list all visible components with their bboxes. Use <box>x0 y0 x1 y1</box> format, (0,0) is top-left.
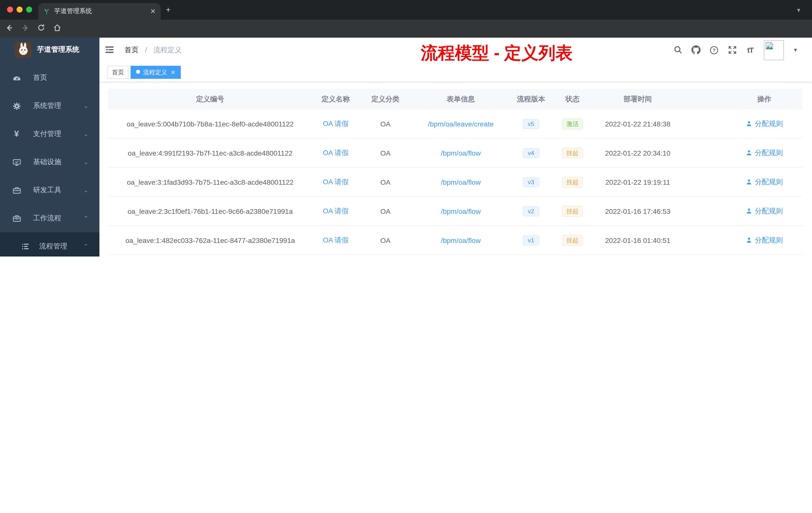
window-minimize-button[interactable] <box>17 6 23 12</box>
back-icon[interactable] <box>5 24 15 34</box>
deploy-time: 2022-01-16 17:46:53 <box>592 207 683 215</box>
svg-text:?: ? <box>713 48 716 53</box>
screenshot-stage: 芋道管理系统 ✕ + ▼ ▲ 不安全 | dashboard.yudao.ioc… <box>0 0 812 256</box>
table-row: oa_leave:5:004b710b-7b8a-11ec-8ef0-acde4… <box>108 110 803 139</box>
definition-name-link[interactable]: OA 请假 <box>312 177 359 186</box>
column-header: 定义分类 <box>359 95 412 104</box>
app-root: 芋道管理系统 首页 系统管理 ⌄ ¥ 支 <box>0 38 812 256</box>
home-icon[interactable] <box>53 24 63 34</box>
definition-id: oa_leave:4:991f2193-7b7f-11ec-a3c8-acde4… <box>108 149 312 157</box>
breadcrumb: 首页 / 流程定义 <box>124 46 181 55</box>
browser-tab-strip: 芋道管理系统 ✕ + ▼ <box>0 0 812 20</box>
form-link[interactable]: /bpm/oa/flow <box>412 207 510 215</box>
app-title: 芋道管理系统 <box>37 45 79 54</box>
assign-rule-label: 分配规则 <box>755 236 783 245</box>
table-row: oa_leave:4:991f2193-7b7f-11ec-a3c8-acde4… <box>108 139 803 168</box>
sidebar-item-label: 首页 <box>33 73 47 82</box>
status-badge: 激活 <box>562 118 583 129</box>
forward-icon[interactable] <box>21 24 31 34</box>
column-header: 操作 <box>726 95 803 104</box>
tag-label: 首页 <box>112 69 124 76</box>
status-badge: 挂起 <box>562 206 583 217</box>
sidebar-item-infra[interactable]: 基础设施 ⌄ <box>0 148 99 176</box>
column-header: 部署时间 <box>592 95 683 104</box>
deploy-time: 2022-01-22 19:19:11 <box>592 178 683 186</box>
favicon-plant-icon <box>43 8 50 15</box>
tab-search-chevron-icon[interactable]: ▼ <box>796 7 802 13</box>
sidebar-item-process-management[interactable]: 流程管理 ⌃ <box>0 233 99 256</box>
status-badge: 挂起 <box>562 147 583 158</box>
search-icon[interactable] <box>673 46 683 55</box>
sidebar-item-system[interactable]: 系统管理 ⌄ <box>0 92 99 120</box>
assign-rule-button[interactable]: 分配规则 <box>726 119 803 128</box>
assign-rule-button[interactable]: 分配规则 <box>726 236 803 245</box>
sidebar-toggle-icon[interactable] <box>105 45 115 55</box>
breadcrumb-separator: / <box>145 46 147 54</box>
browser-toolbar: ▲ 不安全 | dashboard.yudao.iocoder.cn/bpm/m… <box>0 20 812 38</box>
definition-id: oa_leave:5:004b710b-7b8a-11ec-8ef0-acde4… <box>108 120 312 128</box>
tab-close-icon[interactable]: ✕ <box>150 7 156 15</box>
definition-id: oa_leave:2:3c1f0ef1-76b1-11ec-9c66-a2380… <box>108 207 312 215</box>
tag-home[interactable]: 首页 <box>108 66 128 79</box>
column-header: 状态 <box>552 95 592 104</box>
assign-rule-label: 分配规则 <box>755 177 783 186</box>
version-badge: v1 <box>523 235 539 245</box>
dashboard-icon <box>12 73 21 82</box>
definition-name-link[interactable]: OA 请假 <box>312 236 359 245</box>
assign-rule-button[interactable]: 分配规则 <box>726 207 803 216</box>
gear-icon <box>12 101 21 111</box>
sidebar-item-home[interactable]: 首页 <box>0 64 99 92</box>
definition-id: oa_leave:1:482ec033-762a-11ec-8477-a2380… <box>108 236 312 244</box>
tag-process-definition[interactable]: 流程定义✕ <box>130 66 181 79</box>
definition-name-link[interactable]: OA 请假 <box>312 207 359 216</box>
avatar[interactable] <box>764 40 784 60</box>
sidebar-item-label: 系统管理 <box>33 101 61 111</box>
chevron-up-icon: ⌃ <box>83 243 88 250</box>
sidebar-item-devtools[interactable]: 研发工具 ⌄ <box>0 176 99 204</box>
definition-name-link[interactable]: OA 请假 <box>312 148 359 157</box>
sidebar-item-label: 工作流程 <box>33 214 61 223</box>
form-link[interactable]: /bpm/oa/flow <box>412 149 510 157</box>
chevron-down-icon: ⌄ <box>83 102 88 110</box>
new-tab-button[interactable]: + <box>166 5 171 14</box>
sidebar-item-label: 流程管理 <box>39 242 67 251</box>
window-zoom-button[interactable] <box>26 6 32 12</box>
sidebar-item-payment[interactable]: ¥ 支付管理 ⌄ <box>0 120 99 148</box>
form-link[interactable]: /bpm/oa/flow <box>412 236 510 244</box>
chevron-down-icon: ⌄ <box>83 187 88 194</box>
font-size-icon[interactable]: tT <box>746 46 755 55</box>
list-icon <box>21 242 30 251</box>
logo-avatar <box>15 42 31 58</box>
tag-close-icon[interactable]: ✕ <box>171 69 175 75</box>
form-link[interactable]: /bpm/oa/leave/create <box>412 120 510 128</box>
assign-rule-button[interactable]: 分配规则 <box>726 148 803 157</box>
form-link[interactable]: /bpm/oa/flow <box>412 178 510 186</box>
assign-rule-label: 分配规则 <box>755 207 783 216</box>
assign-rule-button[interactable]: 分配规则 <box>726 177 803 186</box>
help-icon[interactable]: ? <box>709 46 719 55</box>
monitor-icon <box>12 158 21 167</box>
tab-title: 芋道管理系统 <box>54 7 147 16</box>
definition-category: OA <box>359 236 412 244</box>
breadcrumb-home[interactable]: 首页 <box>124 46 139 54</box>
avatar-caret-icon[interactable]: ▼ <box>793 47 798 53</box>
window-close-button[interactable] <box>7 6 13 12</box>
sidebar-logo[interactable]: 芋道管理系统 <box>0 38 99 62</box>
version-badge: v2 <box>523 206 539 216</box>
definition-name-link[interactable]: OA 请假 <box>312 119 359 128</box>
sidebar-item-label: 研发工具 <box>33 186 61 195</box>
github-icon[interactable] <box>692 46 700 55</box>
briefcase-icon <box>12 214 21 223</box>
browser-tab[interactable]: 芋道管理系统 ✕ <box>38 3 161 20</box>
sidebar-item-workflow[interactable]: 工作流程 ⌃ <box>0 204 99 233</box>
assign-rule-label: 分配规则 <box>755 148 783 157</box>
tags-view-bar: 首页 流程定义✕ <box>99 62 812 82</box>
breadcrumb-current: 流程定义 <box>153 46 181 54</box>
deploy-time: 2022-01-16 01:40:51 <box>592 236 683 244</box>
reload-icon[interactable] <box>37 24 47 34</box>
fullscreen-icon[interactable] <box>728 46 737 55</box>
yen-icon: ¥ <box>12 129 21 139</box>
toolbox-icon <box>12 186 21 195</box>
column-header: 流程版本 <box>510 95 552 104</box>
table-row: oa_leave:2:3c1f0ef1-76b1-11ec-9c66-a2380… <box>108 197 803 226</box>
